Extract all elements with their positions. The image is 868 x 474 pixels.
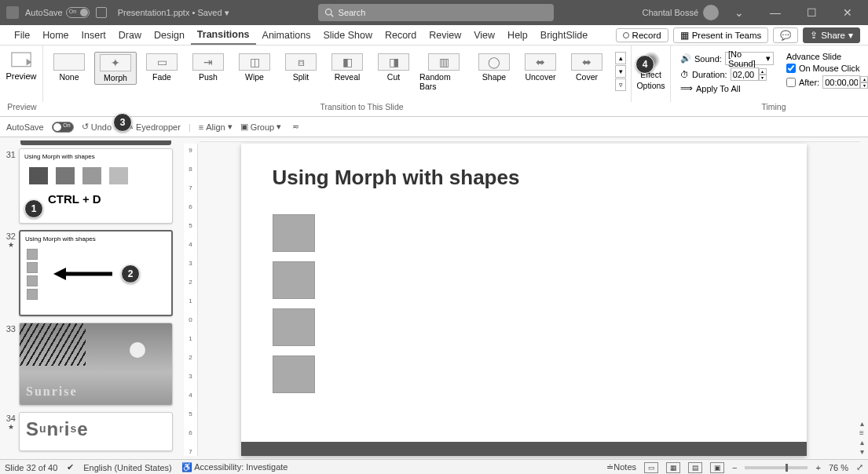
scroll-up-icon[interactable]: ▴ [860,420,864,428]
spinner-up-icon[interactable]: ▴ [860,76,868,82]
notes-icon: ≐ [606,462,613,472]
spellcheck-icon[interactable]: ✔ [67,462,74,472]
sound-combo[interactable]: [No Sound]▾ [725,52,774,65]
apply-to-all-button[interactable]: ⟹ Apply To All [680,83,774,93]
preview-button[interactable]: Preview [3,49,39,81]
on-mouse-click-checkbox[interactable] [786,64,796,73]
transition-push[interactable]: ⇥Push [187,52,229,83]
document-title[interactable]: Presentation1.pptx • Saved ▾ [118,8,229,18]
transition-randombars[interactable]: ▥Random Bars [419,52,469,93]
menu-design[interactable]: Design [148,27,191,44]
duration-input[interactable] [731,67,759,81]
ribbon-display-button[interactable]: ⌄ [723,0,755,25]
align-button[interactable]: ≡Align▾ [199,122,233,132]
shape-rect-4[interactable] [273,356,315,393]
zoom-in-button[interactable]: + [815,463,820,472]
menu-slideshow[interactable]: Slide Show [317,27,379,44]
shape-rect-2[interactable] [273,261,315,299]
present-teams-label: Present in Teams [692,31,762,40]
save-icon[interactable] [96,7,107,18]
comments-button[interactable]: 💬 [773,27,798,43]
minimize-button[interactable]: ― [760,0,791,25]
present-teams-button[interactable]: ▦Present in Teams [673,27,769,43]
slide-title[interactable]: Using Morph with shapes [241,144,807,198]
transition-wipe[interactable]: ◫Wipe [233,52,276,83]
transition-none[interactable]: None [48,52,90,83]
menu-help[interactable]: Help [501,27,534,44]
spinner-down-icon[interactable]: ▾ [759,75,767,81]
menu-insert[interactable]: Insert [75,27,112,44]
zoom-out-button[interactable]: − [732,463,737,472]
thumbnail-slide-34[interactable]: Sunrise [19,412,173,451]
group-button[interactable]: ▣Group▾ [240,122,282,132]
vertical-ruler[interactable]: 987654321012345678 [184,144,198,456]
slide-shapes[interactable] [273,214,315,393]
slide-counter[interactable]: Slide 32 of 40 [5,463,57,472]
share-button[interactable]: ⇪Share▾ [803,27,860,43]
fit-to-window-button[interactable]: ⤢ [856,462,863,472]
qat-autosave-toggle[interactable]: On [52,122,74,133]
shape-rect-3[interactable] [273,308,315,346]
spinner-down-icon[interactable]: ▾ [860,82,868,89]
close-button[interactable]: ✕ [832,0,863,25]
gallery-down-icon[interactable]: ▾ [615,65,626,78]
after-spinner[interactable]: ▴▾ [822,75,868,89]
transition-reveal[interactable]: ◧Reveal [326,52,368,83]
user-name: Chantal Bossé [642,8,698,17]
zoom-level[interactable]: 76 % [829,463,848,472]
zoom-slider[interactable] [745,466,808,469]
transition-morph[interactable]: ✦Morph [94,52,137,85]
menu-transitions[interactable]: Transitions [191,26,256,45]
sorter-view-button[interactable]: ▦ [666,462,680,473]
spinner-up-icon[interactable]: ▴ [759,68,767,75]
menu-home[interactable]: Home [36,27,75,44]
menu-review[interactable]: Review [423,27,467,44]
gallery-more-icon[interactable]: ▿ [615,78,626,91]
transition-fade[interactable]: ▭Fade [141,52,183,83]
qat-overflow-button[interactable]: ≂ [292,122,299,132]
accessibility-status[interactable]: Accessibility: Investigate [194,462,288,472]
menu-draw[interactable]: Draw [112,27,148,44]
normal-view-button[interactable]: ▭ [644,462,658,473]
thumbnail-slide-31[interactable]: Using Morph with shapes CTRL + D 1 [19,148,173,224]
svg-marker-5 [53,268,66,280]
menu-animations[interactable]: Animations [256,27,317,44]
chevron-down-icon: ▾ [848,30,853,41]
after-checkbox[interactable] [786,78,796,87]
user-account[interactable]: Chantal Bossé [642,5,719,20]
transition-uncover[interactable]: ⬌Uncover [519,52,562,83]
menu-file[interactable]: File [8,27,36,44]
reading-view-button[interactable]: ▤ [688,462,702,473]
slide-thumbnail-panel[interactable]: 31 Using Morph with shapes CTRL + D 1 32… [0,137,176,459]
eyedropper-button[interactable]: ✎Eyedropper [126,122,181,132]
thumbnail-slide-33[interactable]: Sunrise [19,323,173,406]
thumbnail-slide-32[interactable]: Using Morph with shapes 2 [19,230,173,316]
autosave-toggle-title[interactable]: AutoSave On [25,7,90,18]
shape-rect-1[interactable] [273,214,315,252]
current-slide[interactable]: Using Morph with shapes [241,144,807,456]
transition-cover[interactable]: ⬌Cover [566,52,608,83]
transition-shape[interactable]: ◯Shape [473,52,515,83]
menu-record[interactable]: Record [379,27,423,44]
next-slide-icon[interactable]: ▾ [860,448,864,456]
language-status[interactable]: English (United States) [83,463,172,472]
transition-split[interactable]: ⧈Split [280,52,322,83]
record-button[interactable]: Record [616,28,668,42]
menu-brightslide[interactable]: BrightSlide [534,27,594,44]
slide-canvas[interactable]: Using Morph with shapes [198,142,855,459]
notes-button[interactable]: Notes [613,462,636,472]
menu-view[interactable]: View [467,27,501,44]
prev-slide-icon[interactable]: ▴ [860,439,864,447]
transition-cut[interactable]: ◨Cut [372,52,415,83]
record-button-label: Record [632,31,661,40]
group-label-transition: Transition to This Slide [44,102,679,116]
search-box[interactable]: Search [318,4,554,21]
duration-spinner[interactable]: ▴▾ [731,67,767,81]
transition-label: Morph [104,73,127,82]
transition-gallery-nav[interactable]: ▴ ▾ ▿ [615,52,626,91]
maximize-button[interactable]: ☐ [796,0,827,25]
slide-nav-scroll: ▴ ≡ ▴ ▾ [855,142,868,459]
slideshow-view-button[interactable]: ▣ [710,462,724,473]
after-input[interactable] [822,75,860,89]
gallery-up-icon[interactable]: ▴ [615,52,626,64]
